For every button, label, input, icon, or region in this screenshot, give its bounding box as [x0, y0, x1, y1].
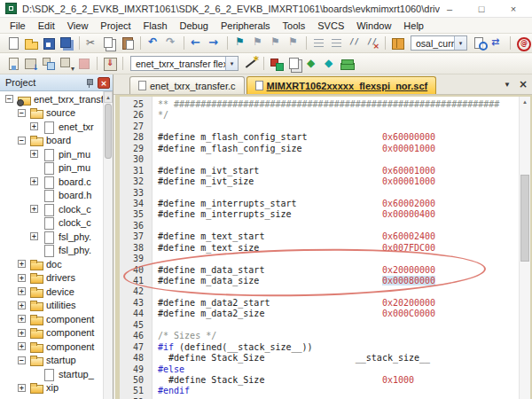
scrollbar-thumb[interactable] — [520, 175, 529, 262]
expand-icon[interactable]: + — [30, 205, 38, 213]
uncomment-icon[interactable] — [364, 35, 380, 51]
menu-view[interactable]: View — [61, 20, 95, 32]
tree-item-pin-mu[interactable]: pin_mu — [0, 161, 103, 176]
tree-item-source[interactable]: −source — [0, 106, 103, 121]
nav-forward-icon[interactable] — [207, 35, 223, 51]
menu-svcs[interactable]: SVCS — [311, 20, 350, 32]
manage-components-icon[interactable] — [269, 56, 285, 71]
expand-icon[interactable]: + — [18, 315, 26, 323]
tree-item-clock-c[interactable]: clock_c — [0, 216, 103, 231]
chevron-down-icon[interactable]: ▾ — [454, 36, 466, 50]
editor-scrollbar[interactable]: ▲ — [519, 97, 530, 399]
code-editor[interactable]: 2526272829303132333435363738394041424344… — [115, 95, 532, 399]
collapse-icon[interactable]: − — [18, 109, 26, 117]
collapse-icon[interactable]: − — [5, 95, 13, 103]
line-number-gutter[interactable]: 2526272829303132333435363738394041424344… — [120, 97, 153, 399]
pin-icon[interactable] — [83, 77, 95, 89]
tree-item-enet-txrx-transf[interactable]: −enet_txrx_transf — [0, 92, 103, 106]
expand-icon[interactable]: + — [18, 342, 26, 350]
stop-build-icon[interactable] — [76, 56, 92, 71]
scrollbar-thumb[interactable] — [105, 104, 112, 159]
search-combobox[interactable]: osal_current_time▾ — [411, 35, 467, 51]
expand-icon[interactable]: + — [18, 274, 26, 282]
nav-back-icon[interactable] — [189, 35, 205, 51]
tree-item-pin-mu[interactable]: +pin_mu — [0, 147, 103, 161]
minimize-button[interactable]: – — [440, 4, 459, 14]
maximize-button[interactable]: □ — [472, 4, 491, 14]
tree-item-utilities[interactable]: +utilities — [0, 299, 103, 313]
expand-icon[interactable]: + — [30, 177, 38, 185]
menu-debug[interactable]: Debug — [174, 20, 215, 32]
manage-books-icon[interactable] — [390, 35, 406, 51]
project-tree-scrollbar[interactable]: ▲ — [103, 91, 113, 399]
collapse-icon[interactable]: − — [18, 356, 26, 364]
expand-icon[interactable]: + — [18, 329, 26, 337]
paste-icon[interactable] — [120, 35, 136, 51]
tree-item-component[interactable]: +component — [0, 340, 103, 354]
chevron-down-icon[interactable]: ▾ — [225, 57, 238, 70]
menu-peripherals[interactable]: Peripherals — [215, 20, 277, 32]
cut-icon[interactable] — [84, 35, 100, 51]
tab-list-dropdown-icon[interactable]: ▼ — [504, 81, 511, 89]
comment-icon[interactable] — [347, 35, 363, 51]
copy-icon[interactable] — [102, 35, 118, 51]
expand-icon[interactable]: + — [18, 287, 26, 295]
undo-icon[interactable] — [145, 35, 161, 51]
pack-installer-icon[interactable] — [340, 56, 356, 71]
target-select[interactable]: enet_txrx_transfer flexspi▾ — [130, 56, 239, 71]
expand-icon[interactable]: + — [18, 301, 26, 309]
save-all-icon[interactable] — [59, 35, 74, 51]
expand-icon[interactable]: + — [30, 150, 38, 158]
new-file-icon[interactable] — [5, 35, 21, 51]
menu-window[interactable]: Window — [350, 20, 397, 32]
tree-item-startup[interactable]: −startup — [0, 354, 103, 368]
file-extensions-icon[interactable] — [286, 56, 302, 71]
rebuild-icon[interactable] — [41, 56, 57, 71]
options-wand-icon[interactable] — [243, 56, 259, 71]
scroll-up-icon[interactable]: ▲ — [104, 91, 113, 103]
save-icon[interactable] — [41, 35, 57, 51]
tree-item-clock-c[interactable]: +clock_c — [0, 202, 103, 216]
project-panel-close-button[interactable]: × — [98, 77, 110, 89]
menu-file[interactable]: File — [4, 20, 32, 32]
tree-item-fsl-phy-[interactable]: fsl_phy. — [0, 244, 103, 258]
open-file-icon[interactable] — [23, 35, 39, 51]
expand-icon[interactable]: + — [30, 122, 38, 130]
outdent-icon[interactable] — [329, 35, 345, 51]
bookmark-prev-icon[interactable] — [250, 35, 266, 51]
tree-item-device[interactable]: +device — [0, 285, 103, 299]
tree-item-startup-[interactable]: startup_ — [0, 367, 103, 381]
menu-tools[interactable]: Tools — [277, 20, 312, 32]
tree-item-component[interactable]: +component — [0, 326, 103, 340]
pack-check-icon[interactable] — [322, 56, 338, 71]
tab-mimxrt1062xxxxx-flexspi-nor-scf[interactable]: MIMXRT1062xxxxx_flexspi_nor.scf — [246, 76, 437, 94]
rte-manage-icon[interactable] — [304, 56, 320, 71]
cross-reference-icon[interactable] — [489, 35, 505, 51]
tree-item-board-h[interactable]: board.h — [0, 189, 103, 203]
bookmark-next-icon[interactable] — [268, 35, 284, 51]
tree-item-drivers[interactable]: +drivers — [0, 271, 103, 286]
bookmark-clear-icon[interactable] — [286, 35, 301, 51]
menu-flash[interactable]: Flash — [137, 20, 174, 32]
indent-icon[interactable] — [311, 35, 327, 51]
tree-item-board[interactable]: −board — [0, 134, 103, 148]
tree-item-fsl-phy-[interactable]: +fsl_phy. — [0, 230, 103, 244]
tree-item-board-c[interactable]: +board.c — [0, 175, 103, 189]
document-close-icon[interactable]: × — [519, 79, 528, 90]
expand-icon[interactable]: + — [18, 260, 26, 268]
collapse-icon[interactable]: − — [18, 137, 26, 145]
translate-icon[interactable] — [5, 56, 21, 71]
tree-item-xip[interactable]: +xip — [0, 381, 103, 395]
tab-enet-txrx-transfer-c[interactable]: enet_txrx_transfer.c — [129, 76, 245, 94]
find-in-files-icon[interactable] — [472, 35, 488, 51]
tree-item-component[interactable]: +component — [0, 312, 103, 326]
debug-target-icon[interactable] — [515, 35, 531, 51]
close-button[interactable]: × — [504, 4, 523, 14]
batch-build-icon[interactable] — [59, 56, 74, 71]
code-content[interactable]: ** #####################################… — [153, 97, 519, 399]
menu-help[interactable]: Help — [397, 20, 430, 32]
build-icon[interactable] — [23, 56, 39, 71]
menu-project[interactable]: Project — [94, 20, 137, 32]
menu-edit[interactable]: Edit — [32, 20, 61, 32]
scroll-up-icon[interactable]: ▲ — [520, 97, 530, 108]
